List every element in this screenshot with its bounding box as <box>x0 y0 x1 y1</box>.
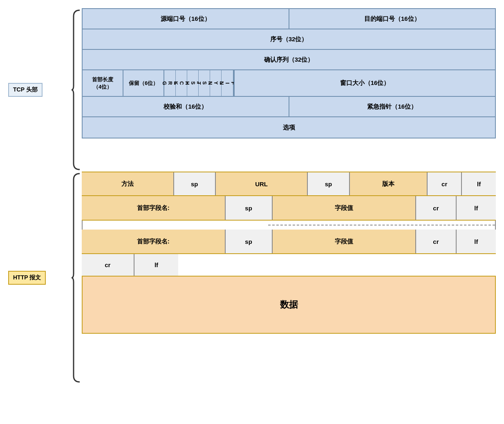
tcp-content: 源端口号（16位） 目的端口号（16位） 序号（32位） 确认序列（32位） 首… <box>82 8 496 172</box>
lf3-cell: lf <box>457 230 496 253</box>
http-label-area: HTTP 报文 <box>8 172 69 384</box>
dotted-separator <box>82 221 496 230</box>
cr3-cell: cr <box>416 230 456 253</box>
http-row-header2: 首部字段名: sp 字段值 cr lf <box>82 230 496 254</box>
flags-container: URG ACK PSH RST SYN FIN <box>164 70 234 96</box>
dotted-line <box>268 225 495 225</box>
tcp-label: TCP 头部 <box>8 83 43 97</box>
lf1-cell: lf <box>462 172 496 195</box>
sp4-cell: sp <box>226 230 273 253</box>
cr1-cell: cr <box>428 172 462 195</box>
tcp-row-flags: 首部长度（4位） 保留（6位） URG ACK PSH RST SYN FIN … <box>83 70 495 97</box>
http-row-header1: 首部字段名: sp 字段值 cr lf <box>82 196 496 221</box>
http-label: HTTP 报文 <box>8 271 46 285</box>
tcp-brace <box>69 8 82 172</box>
diagram: TCP 头部 源端口号（16位） 目的端口号（16位） 序号（32位） 确认序 <box>8 8 496 384</box>
source-port-cell: 源端口号（16位） <box>83 9 289 29</box>
tcp-row-seq: 序号（32位） <box>83 29 495 50</box>
cr4-cell: cr <box>82 254 134 276</box>
tcp-area: TCP 头部 源端口号（16位） 目的端口号（16位） 序号（32位） 确认序 <box>8 8 496 172</box>
ack-seq-cell: 确认序列（32位） <box>83 50 495 69</box>
tcp-row-ports: 源端口号（16位） 目的端口号（16位） <box>83 9 495 29</box>
http-row-request-line: 方法 sp URL sp 版本 cr lf <box>82 172 496 196</box>
sp3-cell: sp <box>226 196 273 220</box>
urgent-cell: 紧急指针（16位） <box>289 97 495 116</box>
header-len-cell: 首部长度（4位） <box>83 70 123 96</box>
field-value1-cell: 字段值 <box>273 196 417 220</box>
dest-port-cell: 目的端口号（16位） <box>289 9 495 29</box>
checksum-cell: 校验和（16位） <box>83 97 289 116</box>
tcp-row-ack: 确认序列（32位） <box>83 50 495 70</box>
field-value2-cell: 字段值 <box>273 230 417 253</box>
window-cell: 窗口大小（16位） <box>234 70 495 96</box>
flag-fin: FIN <box>222 70 233 96</box>
http-brace <box>69 172 82 384</box>
data-section: 数据 <box>82 277 496 334</box>
cr2-cell: cr <box>416 196 456 220</box>
http-area: HTTP 报文 方法 sp URL sp 版本 cr lf 首部字段名: sp … <box>8 172 496 384</box>
tcp-grid: 源端口号（16位） 目的端口号（16位） 序号（32位） 确认序列（32位） 首… <box>82 8 496 138</box>
http-row-blank: cr lf <box>82 254 496 277</box>
tcp-row-options: 选项 <box>83 117 495 138</box>
lf2-cell: lf <box>457 196 496 220</box>
reserved-cell: 保留（6位） <box>123 70 164 96</box>
sp1-cell: sp <box>174 172 216 195</box>
header-name1-cell: 首部字段名: <box>82 196 226 220</box>
sp2-cell: sp <box>308 172 349 195</box>
header-name2-cell: 首部字段名: <box>82 230 226 253</box>
method-cell: 方法 <box>82 172 174 195</box>
tcp-row-checksum: 校验和（16位） 紧急指针（16位） <box>83 97 495 117</box>
url-cell: URL <box>216 172 308 195</box>
empty-cell <box>178 254 496 276</box>
seq-num-cell: 序号（32位） <box>83 29 495 49</box>
tcp-label-area: TCP 头部 <box>8 8 69 172</box>
options-cell: 选项 <box>83 117 495 138</box>
version-cell: 版本 <box>350 172 428 195</box>
http-content: 方法 sp URL sp 版本 cr lf 首部字段名: sp 字段值 cr l… <box>82 172 496 384</box>
lf4-cell: lf <box>134 254 179 276</box>
